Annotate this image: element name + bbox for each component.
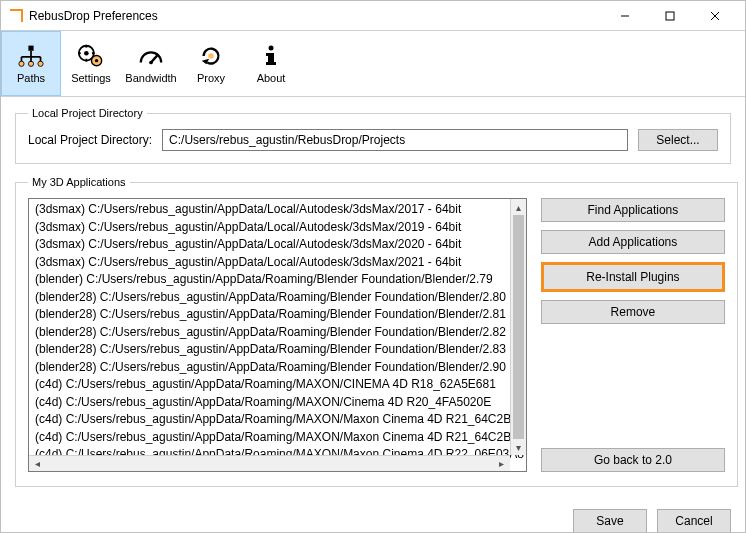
tab-label: Settings <box>71 72 111 84</box>
list-item[interactable]: (blender28) C:/Users/rebus_agustin/AppDa… <box>35 324 526 342</box>
svg-rect-27 <box>266 53 270 56</box>
group-legend: Local Project Directory <box>28 107 147 119</box>
window-buttons <box>602 2 737 30</box>
local-project-input[interactable] <box>162 129 628 151</box>
tab-label: Proxy <box>197 72 225 84</box>
svg-point-22 <box>149 61 153 65</box>
list-item[interactable]: (blender28) C:/Users/rebus_agustin/AppDa… <box>35 306 526 324</box>
group-apps: My 3D Applications (3dsmax) C:/Users/reb… <box>15 176 738 487</box>
list-item[interactable]: (c4d) C:/Users/rebus_agustin/AppData/Roa… <box>35 376 526 394</box>
toolbar: Paths Settings <box>1 31 745 97</box>
tab-about[interactable]: About <box>241 31 301 96</box>
tab-settings[interactable]: Settings <box>61 31 121 96</box>
scroll-thumb[interactable] <box>513 215 524 439</box>
list-item[interactable]: (3dsmax) C:/Users/rebus_agustin/AppData/… <box>35 236 526 254</box>
tab-label: About <box>257 72 286 84</box>
list-item[interactable]: (c4d) C:/Users/rebus_agustin/AppData/Roa… <box>35 411 526 429</box>
list-item[interactable]: (c4d) C:/Users/rebus_agustin/AppData/Roa… <box>35 429 526 447</box>
list-item[interactable]: (blender28) C:/Users/rebus_agustin/AppDa… <box>35 341 526 359</box>
svg-point-9 <box>19 61 24 66</box>
cancel-button[interactable]: Cancel <box>657 509 731 533</box>
list-item[interactable]: (blender28) C:/Users/rebus_agustin/AppDa… <box>35 289 526 307</box>
scroll-right-icon[interactable]: ▸ <box>494 458 510 469</box>
go-back-button[interactable]: Go back to 2.0 <box>541 448 725 472</box>
svg-point-20 <box>95 59 98 62</box>
tab-bandwidth[interactable]: Bandwidth <box>121 31 181 96</box>
svg-rect-1 <box>666 12 674 20</box>
svg-point-24 <box>208 53 214 59</box>
settings-icon <box>78 43 104 69</box>
svg-point-11 <box>38 61 43 66</box>
group-local-project: Local Project Directory Local Project Di… <box>15 107 731 164</box>
horizontal-scrollbar[interactable]: ◂ ▸ <box>29 455 510 471</box>
svg-point-14 <box>84 51 89 56</box>
scroll-down-icon[interactable]: ▾ <box>511 439 526 455</box>
apps-buttons: Find Applications Add Applications Re-In… <box>541 198 725 472</box>
proxy-icon <box>198 43 224 69</box>
tab-label: Paths <box>17 72 45 84</box>
svg-rect-28 <box>266 62 276 65</box>
vertical-scrollbar[interactable]: ▴ ▾ <box>510 199 526 455</box>
scroll-left-icon[interactable]: ◂ <box>29 458 45 469</box>
content: Local Project Directory Local Project Di… <box>1 97 745 487</box>
app-icon <box>9 9 23 23</box>
remove-button[interactable]: Remove <box>541 300 725 324</box>
tab-label: Bandwidth <box>125 72 176 84</box>
window-title: RebusDrop Preferences <box>29 9 602 23</box>
tab-proxy[interactable]: Proxy <box>181 31 241 96</box>
tab-paths[interactable]: Paths <box>1 31 61 96</box>
list-item[interactable]: (blender) C:/Users/rebus_agustin/AppData… <box>35 271 526 289</box>
list-item[interactable]: (3dsmax) C:/Users/rebus_agustin/AppData/… <box>35 201 526 219</box>
list-item[interactable]: (3dsmax) C:/Users/rebus_agustin/AppData/… <box>35 219 526 237</box>
svg-point-25 <box>269 46 274 51</box>
group-legend: My 3D Applications <box>28 176 130 188</box>
maximize-button[interactable] <box>647 2 692 30</box>
minimize-button[interactable] <box>602 2 647 30</box>
paths-icon <box>18 43 44 69</box>
find-applications-button[interactable]: Find Applications <box>541 198 725 222</box>
footer: Save Cancel <box>1 499 745 533</box>
select-button[interactable]: Select... <box>638 129 718 151</box>
titlebar: RebusDrop Preferences <box>1 1 745 31</box>
reinstall-plugins-button[interactable]: Re-Install Plugins <box>541 262 725 292</box>
svg-rect-4 <box>28 46 33 51</box>
list-item[interactable]: (blender28) C:/Users/rebus_agustin/AppDa… <box>35 359 526 377</box>
scroll-up-icon[interactable]: ▴ <box>511 199 526 215</box>
bandwidth-icon <box>138 43 164 69</box>
add-applications-button[interactable]: Add Applications <box>541 230 725 254</box>
close-button[interactable] <box>692 2 737 30</box>
about-icon <box>258 43 284 69</box>
list-item[interactable]: (c4d) C:/Users/rebus_agustin/AppData/Roa… <box>35 394 526 412</box>
list-item[interactable]: (3dsmax) C:/Users/rebus_agustin/AppData/… <box>35 254 526 272</box>
local-project-label: Local Project Directory: <box>28 133 152 147</box>
save-button[interactable]: Save <box>573 509 647 533</box>
apps-listbox[interactable]: (3dsmax) C:/Users/rebus_agustin/AppData/… <box>28 198 527 472</box>
